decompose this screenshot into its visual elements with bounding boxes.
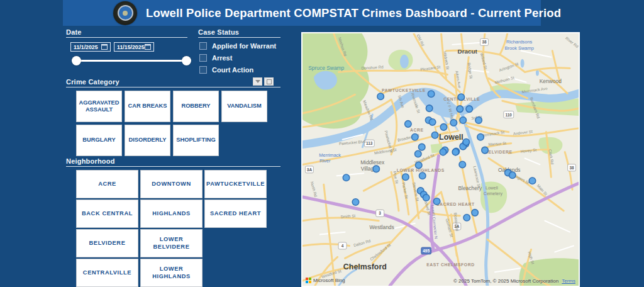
date-start-input[interactable]: 11/1/2025 (70, 42, 111, 52)
neighborhood-divider (66, 166, 280, 167)
calendar-icon[interactable] (101, 44, 108, 50)
crime-category-button[interactable]: BURGLARY (76, 125, 122, 156)
crime-point-marker[interactable] (423, 194, 430, 201)
date-end-value: 11/15/2025 (117, 44, 145, 50)
neighborhood-button[interactable]: LOWER BELVIDERE (140, 229, 203, 257)
crime-point-marker[interactable] (402, 174, 409, 181)
neighborhood-button[interactable]: LOWER HIGHLANDS (140, 259, 203, 287)
crime-point-marker[interactable] (373, 166, 380, 172)
terms-link[interactable]: Terms (562, 278, 575, 284)
crime-point-marker[interactable] (529, 177, 536, 184)
crime-point-marker[interactable] (472, 210, 479, 217)
crime-point-marker[interactable] (352, 199, 359, 206)
crime-category-button[interactable]: DISORDERLY (125, 125, 170, 156)
date-section-title: Date (66, 28, 82, 36)
neighborhood-button[interactable]: HIGHLANDS (140, 200, 203, 228)
crime-point-marker[interactable] (450, 120, 457, 127)
case-status-options: Applied for WarrantArrestCourt Action (199, 40, 276, 76)
slider-handle-start[interactable] (72, 56, 81, 65)
crime-point-marker[interactable] (464, 215, 470, 222)
header-bar: Lowell Police Department COMPSTAT Crimes… (63, 0, 541, 26)
crime-point-marker[interactable] (458, 94, 465, 101)
crime-point-marker[interactable] (509, 172, 516, 179)
crime-point-marker[interactable] (482, 147, 489, 154)
crime-category-button[interactable]: SHOPLIFTING (173, 125, 219, 156)
route-shield: 113 (364, 140, 374, 147)
route-shield: 110 (504, 111, 514, 118)
filter-icon[interactable] (253, 77, 262, 86)
crime-point-marker[interactable] (431, 132, 438, 139)
map-visual[interactable]: 381131103A343A49538 Spruce SwampRichards… (301, 32, 580, 287)
case-status-option[interactable]: Court Action (199, 64, 276, 76)
checkbox-icon[interactable] (199, 54, 207, 62)
svg-text:495: 495 (423, 249, 430, 253)
neighborhood-button[interactable]: BACK CENTRAL (76, 200, 138, 228)
neighborhood-section-title: Neighborhood (66, 157, 115, 165)
checkbox-icon[interactable] (199, 66, 207, 74)
crime-category-button[interactable]: VANDALISM (221, 91, 267, 122)
slider-track[interactable] (77, 60, 187, 62)
neighborhood-buttons: ACREDOWNTOWNPAWTUCKETVILLEBACK CENTRALHI… (76, 170, 272, 287)
checkbox-icon[interactable] (199, 42, 207, 50)
bing-logo: Microsoft Bing (306, 278, 345, 283)
crime-point-marker[interactable] (459, 161, 466, 168)
route-shield: 4 (338, 242, 347, 249)
crime-point-marker[interactable] (429, 119, 436, 126)
crime-point-marker[interactable] (463, 138, 470, 145)
crime-category-button[interactable]: ROBBERY (173, 91, 219, 122)
crime-category-section-title: Crime Category (66, 78, 119, 86)
map-canvas: 381131103A343A49538 Spruce SwampRichards… (303, 33, 579, 286)
crime-point-marker[interactable] (419, 172, 426, 179)
neighborhood-button[interactable]: BELVIDERE (76, 229, 138, 257)
svg-text:110: 110 (506, 113, 513, 117)
slider-handle-end[interactable] (182, 56, 191, 65)
neighborhood-button[interactable]: DOWNTOWN (140, 170, 203, 198)
route-shield: 38 (568, 164, 576, 171)
svg-text:38: 38 (569, 166, 574, 170)
crime-point-marker[interactable] (466, 106, 473, 113)
case-status-option-label: Arrest (212, 54, 232, 62)
crime-category-button[interactable]: AGGRAVATED ASSAULT (76, 91, 122, 122)
dashboard-title: Lowell Police Department COMPSTAT Crimes… (146, 6, 561, 20)
crime-point-marker[interactable] (414, 150, 421, 157)
crime-point-marker[interactable] (477, 134, 484, 141)
neighborhood-button[interactable]: SACRED HEART (204, 200, 267, 228)
crime-point-marker[interactable] (343, 174, 350, 181)
crime-point-marker[interactable] (426, 105, 433, 112)
crime-point-marker[interactable] (433, 198, 440, 205)
date-section-divider (66, 37, 187, 38)
map-attribution: © 2025 TomTom, © 2025 Microsoft Corporat… (453, 278, 575, 284)
case-status-option[interactable]: Arrest (199, 52, 276, 64)
svg-text:3: 3 (379, 211, 381, 215)
crime-point-marker[interactable] (457, 106, 464, 113)
crime-point-marker[interactable] (418, 144, 425, 150)
neighborhood-button[interactable]: PAWTUCKETVILLE (204, 170, 267, 198)
svg-text:3A: 3A (454, 224, 460, 228)
crime-point-marker[interactable] (460, 117, 467, 124)
crime-point-marker[interactable] (440, 149, 447, 155)
crime-point-marker[interactable] (452, 149, 459, 155)
case-status-option-label: Applied for Warrant (212, 42, 276, 50)
funnel-glyph (255, 80, 260, 83)
focus-mode-icon[interactable] (264, 77, 274, 86)
calendar-icon[interactable] (145, 44, 151, 50)
crime-point-marker[interactable] (440, 124, 447, 131)
case-status-option[interactable]: Applied for Warrant (199, 40, 276, 52)
crime-point-marker[interactable] (377, 93, 384, 100)
crime-point-marker[interactable] (428, 91, 435, 98)
bing-logo-label: Microsoft Bing (313, 278, 345, 283)
crime-point-marker[interactable] (405, 121, 412, 128)
crime-category-buttons: AGGRAVATED ASSAULTCAR BREAKSROBBERYVANDA… (76, 91, 272, 159)
crime-category-button[interactable]: CAR BREAKS (125, 91, 170, 122)
badge-center-icon (123, 11, 128, 16)
svg-text:4: 4 (341, 244, 344, 248)
route-shield: 3A (453, 223, 461, 230)
crime-point-marker[interactable] (475, 117, 482, 124)
crime-point-marker[interactable] (415, 162, 422, 169)
case-status-option-label: Court Action (212, 66, 253, 74)
svg-text:38: 38 (482, 40, 487, 44)
neighborhood-button[interactable]: ACRE (76, 170, 138, 198)
date-end-input[interactable]: 11/15/2025 (114, 42, 154, 52)
crime-point-marker[interactable] (412, 134, 419, 141)
neighborhood-button[interactable]: CENTRALVILLE (76, 259, 138, 287)
